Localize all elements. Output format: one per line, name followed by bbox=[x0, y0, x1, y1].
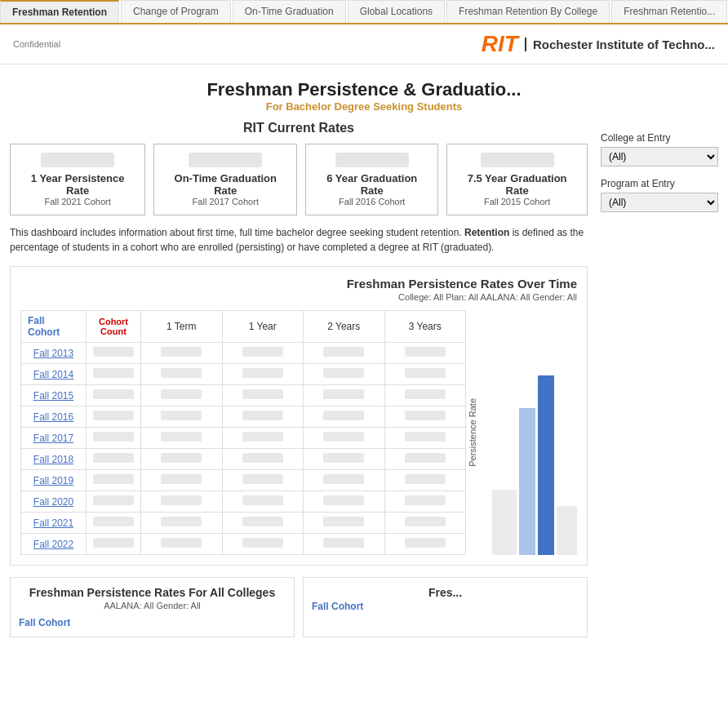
header: Confidential RIT Rochester Institute of … bbox=[0, 24, 728, 64]
data-cell bbox=[304, 428, 385, 449]
col-header-3years: 3 Years bbox=[384, 311, 466, 343]
data-cell bbox=[87, 513, 141, 534]
chart-bar-dark-1 bbox=[538, 375, 554, 555]
data-cell bbox=[87, 428, 141, 449]
rate-card-blurred-2 bbox=[335, 153, 409, 167]
data-cell bbox=[384, 534, 466, 555]
data-cell bbox=[222, 385, 304, 406]
rate-card-label-2: 6 Year Graduation Rate bbox=[319, 172, 424, 197]
data-cell bbox=[304, 343, 385, 364]
fall-cohort-cell[interactable]: Fall 2014 bbox=[21, 364, 87, 385]
data-cell bbox=[384, 406, 466, 428]
data-cell bbox=[384, 343, 466, 364]
rit-logo: RIT bbox=[482, 31, 518, 57]
table-row: Fall 2015 bbox=[21, 385, 466, 406]
tab-bar: Freshman Retention Change of Program On-… bbox=[0, 0, 728, 24]
fall-cohort-cell[interactable]: Fall 2013 bbox=[21, 343, 87, 364]
table-row: Fall 2013 bbox=[21, 343, 466, 364]
data-cell bbox=[141, 428, 223, 449]
fall-cohort-cell[interactable]: Fall 2017 bbox=[21, 428, 87, 449]
program-at-entry-select[interactable]: (All) bbox=[601, 193, 718, 212]
confidential-label: Confidential bbox=[13, 39, 60, 49]
fall-cohort-cell[interactable]: Fall 2019 bbox=[21, 470, 87, 491]
rit-branding: RIT Rochester Institute of Techno... bbox=[482, 31, 715, 57]
page-title-section: Freshman Persistence & Graduatio... For … bbox=[0, 64, 728, 121]
college-at-entry-select[interactable]: (All) bbox=[601, 147, 718, 166]
sidebar: College at Entry (All) Program at Entry … bbox=[588, 121, 718, 637]
col-header-1year: 1 Year bbox=[222, 311, 304, 343]
rit-institution-name: Rochester Institute of Techno... bbox=[525, 38, 715, 51]
data-cell bbox=[304, 385, 385, 406]
data-cell bbox=[384, 364, 466, 385]
data-cell bbox=[87, 364, 141, 385]
college-at-entry-label: College at Entry bbox=[601, 132, 718, 144]
rate-card-sub-3: Fall 2015 Cohort bbox=[460, 197, 574, 206]
bottom-card-left: Freshman Persistence Rates For All Colle… bbox=[10, 577, 295, 637]
table-row: Fall 2020 bbox=[21, 491, 466, 513]
data-cell bbox=[222, 534, 304, 555]
tab-on-time-graduation[interactable]: On-Time Graduation bbox=[233, 0, 346, 23]
rate-card-blurred-1 bbox=[189, 153, 262, 167]
rate-card-blurred-0 bbox=[41, 153, 114, 167]
data-cell bbox=[141, 470, 223, 491]
persistence-table: Fall Cohort Cohort Count 1 Term 1 Year 2… bbox=[20, 310, 466, 555]
data-cell bbox=[141, 513, 223, 534]
tab-freshman-retention[interactable]: Freshman Retention bbox=[0, 0, 119, 23]
bottom-sections: Freshman Persistence Rates For All Colle… bbox=[10, 577, 588, 637]
tab-change-of-program[interactable]: Change of Program bbox=[121, 0, 231, 23]
rate-card-label-1: On-Time Graduation Rate bbox=[167, 172, 283, 197]
data-cell bbox=[222, 449, 304, 470]
table-row: Fall 2016 bbox=[21, 406, 466, 428]
data-cell bbox=[384, 491, 466, 513]
main-layout: RIT Current Rates 1 Year Persistence Rat… bbox=[0, 121, 728, 637]
data-cell bbox=[87, 343, 141, 364]
persistence-rates-subtitle: College: All Plan: All AALANA: All Gende… bbox=[20, 292, 577, 302]
bottom-right-title: Fres... bbox=[312, 586, 579, 599]
data-cell bbox=[87, 385, 141, 406]
rate-card-sub-2: Fall 2016 Cohort bbox=[319, 197, 424, 206]
fall-cohort-cell[interactable]: Fall 2015 bbox=[21, 385, 87, 406]
bottom-card-right: Fres... Fall Cohort bbox=[303, 577, 588, 637]
tab-freshman-retention-extra[interactable]: Freshman Retentio... bbox=[611, 0, 727, 23]
data-cell bbox=[141, 385, 223, 406]
data-cell bbox=[304, 364, 385, 385]
data-cell bbox=[222, 513, 304, 534]
data-cell bbox=[141, 364, 223, 385]
data-cell bbox=[384, 428, 466, 449]
table-row: Fall 2021 bbox=[21, 513, 466, 534]
data-cell bbox=[87, 406, 141, 428]
rate-cards: 1 Year Persistence Rate Fall 2021 Cohort… bbox=[10, 144, 588, 215]
fall-cohort-cell[interactable]: Fall 2020 bbox=[21, 491, 87, 513]
fall-cohort-cell[interactable]: Fall 2022 bbox=[21, 534, 87, 555]
tab-freshman-retention-by-college[interactable]: Freshman Retention By College bbox=[446, 0, 610, 23]
data-cell bbox=[304, 449, 385, 470]
data-cell bbox=[222, 343, 304, 364]
data-cell bbox=[222, 491, 304, 513]
fall-cohort-cell[interactable]: Fall 2016 bbox=[21, 406, 87, 428]
data-cell bbox=[87, 491, 141, 513]
data-cell bbox=[304, 491, 385, 513]
data-cell bbox=[304, 470, 385, 491]
info-text: This dashboard includes information abou… bbox=[10, 225, 588, 255]
table-row: Fall 2022 bbox=[21, 534, 466, 555]
data-cell bbox=[141, 343, 223, 364]
fall-cohort-cell[interactable]: Fall 2018 bbox=[21, 449, 87, 470]
rates-title: RIT Current Rates bbox=[10, 121, 588, 135]
col-header-2years: 2 Years bbox=[304, 311, 385, 343]
rates-section: RIT Current Rates 1 Year Persistence Rat… bbox=[10, 121, 588, 215]
program-at-entry-label: Program at Entry bbox=[601, 178, 718, 189]
persistence-rates-section: Freshman Persistence Rates Over Time Col… bbox=[10, 266, 588, 566]
data-cell bbox=[384, 470, 466, 491]
rate-card-0: 1 Year Persistence Rate Fall 2021 Cohort bbox=[10, 144, 145, 215]
chart-bar-light-1 bbox=[519, 408, 535, 555]
rate-card-3: 7.5 Year Graduation Rate Fall 2015 Cohor… bbox=[446, 144, 588, 215]
data-cell bbox=[87, 534, 141, 555]
table-wrapper: Fall Cohort Cohort Count 1 Term 1 Year 2… bbox=[20, 310, 577, 555]
page-title: Freshman Persistence & Graduatio... bbox=[0, 79, 728, 100]
tab-global-locations[interactable]: Global Locations bbox=[348, 0, 445, 23]
table-row: Fall 2018 bbox=[21, 449, 466, 470]
fall-cohort-cell[interactable]: Fall 2021 bbox=[21, 513, 87, 534]
data-cell bbox=[87, 449, 141, 470]
chart-area bbox=[479, 310, 577, 555]
table-row: Fall 2014 bbox=[21, 364, 466, 385]
